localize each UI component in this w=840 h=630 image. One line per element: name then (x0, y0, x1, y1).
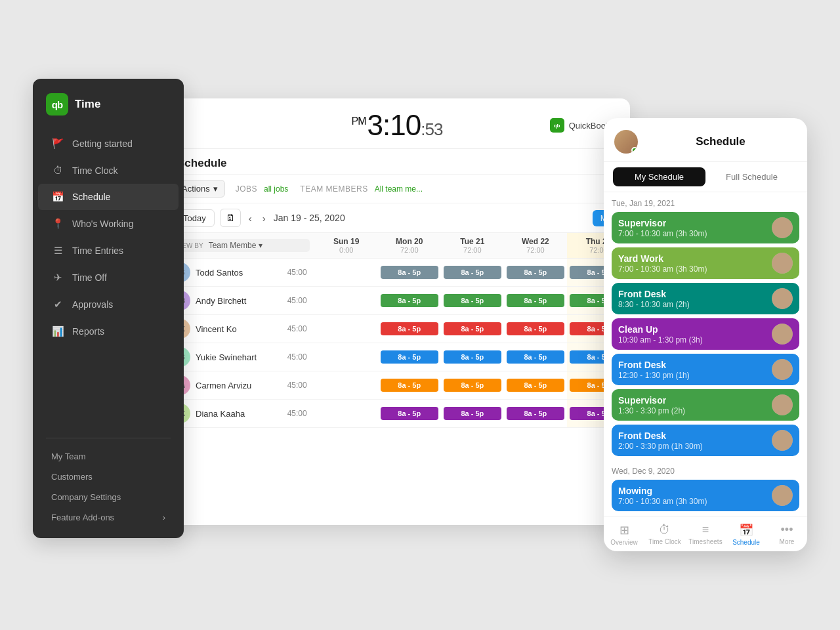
shift-cell[interactable]: 8a - 5p (378, 371, 441, 400)
chevron-right-icon: › (163, 513, 165, 522)
shift-cell[interactable]: 8a - 5p (504, 287, 567, 315)
tab-my-schedule[interactable]: My Schedule (613, 167, 705, 186)
shift-block[interactable]: 8a - 5p (381, 266, 438, 279)
shift-cell[interactable]: 8a - 5p (504, 400, 567, 428)
sidebar-item-approvals[interactable]: ✔ Approvals (38, 291, 178, 318)
mobile-shift-time: 10:30 am - 1:30 pm (3h) (618, 335, 772, 345)
shift-block[interactable]: 8a - 5p (381, 350, 438, 364)
mobile-shift-time: 7:00 - 10:30 am (3h 30m) (618, 497, 772, 506)
mobile-nav-item-time-clock[interactable]: ⏱ Time Clock (644, 520, 685, 549)
member-hours: 45:00 (287, 352, 307, 362)
shift-cell[interactable]: 8a - 5p (504, 343, 567, 371)
sidebar-item-customers[interactable]: Customers (33, 467, 184, 487)
mobile-nav-item-timesheets[interactable]: ≡ Timesheets (685, 520, 726, 549)
mobile-shift-avatar (772, 359, 793, 380)
shift-cell[interactable]: 8a - 5p (378, 287, 441, 315)
mobile-bottom-nav: ⊞ Overview ⏱ Time Clock ≡ Timesheets 📅 S… (604, 516, 807, 551)
sidebar-item-schedule[interactable]: 📅 Schedule (38, 184, 178, 210)
mobile-nav-item-schedule[interactable]: 📅 Schedule (726, 520, 766, 549)
shift-cell[interactable]: 8a - 5p (378, 259, 441, 287)
shift-block[interactable]: 8a - 5p (507, 322, 564, 335)
sidebar-item-time-entries[interactable]: ☰ Time Entries (38, 238, 178, 264)
sidebar-item-whos-working[interactable]: 📍 Who's Working (38, 211, 178, 237)
schedule-title: Schedule (164, 149, 630, 175)
member-hours: 45:00 (287, 324, 307, 333)
sidebar-item-feature-addons[interactable]: Feature Add-ons › (33, 507, 184, 528)
shift-cell[interactable]: 8a - 5p (378, 343, 441, 371)
mobile-shift-card[interactable]: Front Desk 8:30 - 10:30 am (2h) (612, 283, 799, 314)
shift-cell[interactable]: 8a - 5p (378, 400, 441, 428)
mobile-header: Schedule (604, 118, 807, 162)
mobile-shift-card[interactable]: Clean Up 10:30 am - 1:30 pm (3h) (612, 318, 799, 350)
mobile-shift-card[interactable]: Supervisor 7:00 - 10:30 am (3h 30m) (612, 212, 799, 243)
team-all-link[interactable]: All team me... (375, 184, 423, 194)
shift-block[interactable]: 8a - 5p (444, 266, 501, 279)
sidebar-item-time-clock[interactable]: ⏱ Time Clock (38, 158, 178, 183)
mobile-shift-card[interactable]: Front Desk 2:00 - 3:30 pm (1h 30m) (612, 425, 799, 456)
sidebar-item-label: Getting started (72, 138, 133, 149)
shift-block[interactable]: 8a - 5p (381, 322, 438, 335)
shift-cell (315, 287, 378, 315)
mobile-shift-card[interactable]: Supervisor 1:30 - 3:30 pm (2h) (612, 389, 799, 421)
mobile-tabs: My Schedule Full Schedule (604, 162, 807, 192)
shift-block[interactable]: 8a - 5p (444, 379, 501, 392)
mobile-nav-item-more[interactable]: ••• More (766, 520, 807, 549)
shift-cell (315, 315, 378, 343)
col-tue21: Tue 21 72:00 (441, 233, 504, 259)
shift-block[interactable]: 8a - 5p (444, 407, 501, 420)
shift-cell[interactable]: 8a - 5p (378, 315, 441, 343)
main-clock: PM3:10:53 (352, 109, 443, 142)
shift-block[interactable]: 8a - 5p (444, 322, 501, 335)
shift-cell[interactable]: 8a - 5p (504, 315, 567, 343)
shift-block[interactable]: 8a - 5p (444, 350, 501, 364)
mobile-shift-card[interactable]: Yard Work 7:00 - 10:30 am (3h 30m) (612, 247, 799, 279)
shift-cell[interactable]: 8a - 5p (504, 259, 567, 287)
mobile-shift-title: Yard Work (618, 253, 772, 264)
shift-cell[interactable]: 8a - 5p (504, 371, 567, 400)
sidebar-item-reports[interactable]: 📊 Reports (38, 318, 178, 345)
shift-block[interactable]: 8a - 5p (444, 294, 501, 307)
sidebar-item-label: Time Off (72, 272, 107, 283)
mobile-nav-item-overview[interactable]: ⊞ Overview (604, 520, 644, 549)
shift-cell (315, 259, 378, 287)
calendar-icon: 📅 (51, 191, 64, 203)
member-name: Yukie Swinehart (196, 352, 257, 362)
shift-block[interactable]: 8a - 5p (507, 294, 564, 307)
shift-block[interactable]: 8a - 5p (381, 294, 438, 307)
shift-cell[interactable]: 8a - 5p (441, 343, 504, 371)
mobile-shift-card[interactable]: Mowing 7:00 - 10:30 am (3h 30m) (612, 480, 799, 511)
shift-block[interactable]: 8a - 5p (507, 350, 564, 364)
mobile-shift-time: 1:30 - 3:30 pm (2h) (618, 406, 772, 415)
mobile-shift-avatar (772, 324, 793, 345)
shift-cell[interactable]: 8a - 5p (441, 371, 504, 400)
sidebar-item-getting-started[interactable]: 🚩 Getting started (38, 131, 178, 157)
shift-cell[interactable]: 8a - 5p (441, 287, 504, 315)
shift-block[interactable]: 8a - 5p (381, 379, 438, 392)
mobile-shift-avatar (772, 394, 793, 415)
shift-cell[interactable]: 8a - 5p (441, 259, 504, 287)
sidebar-item-label: Schedule (72, 192, 110, 202)
shift-block[interactable]: 8a - 5p (507, 407, 564, 420)
shift-block[interactable]: 8a - 5p (381, 407, 438, 420)
mobile-shift-info: Clean Up 10:30 am - 1:30 pm (3h) (618, 324, 772, 345)
next-week-button[interactable]: › (260, 211, 268, 225)
shift-block[interactable]: 8a - 5p (507, 266, 564, 279)
jobs-all-link[interactable]: all jobs (264, 184, 288, 194)
sidebar-secondary-nav: My Team Customers Company Settings Featu… (33, 444, 184, 538)
shift-block[interactable]: 8a - 5p (507, 379, 564, 392)
mobile-panel: Schedule My Schedule Full Schedule Tue, … (604, 118, 807, 551)
shift-cell[interactable]: 8a - 5p (441, 400, 504, 428)
mobile-shift-title: Clean Up (618, 324, 772, 335)
view-by-select[interactable]: VIEW BY Team Membe ▾ (171, 239, 310, 252)
sidebar-item-my-team[interactable]: My Team (33, 446, 184, 467)
mobile-shift-info: Mowing 7:00 - 10:30 am (3h 30m) (618, 486, 772, 506)
mobile-shift-card[interactable]: Front Desk 12:30 - 1:30 pm (1h) (612, 354, 799, 385)
member-hours: 45:00 (287, 268, 307, 277)
sidebar-item-company-settings[interactable]: Company Settings (33, 487, 184, 507)
shift-cell[interactable]: 8a - 5p (441, 315, 504, 343)
tab-full-schedule[interactable]: Full Schedule (705, 167, 798, 186)
prev-week-button[interactable]: ‹ (246, 211, 255, 225)
calendar-picker-button[interactable]: 🗓 (220, 209, 241, 227)
sidebar-item-time-off[interactable]: ✈ Time Off (38, 264, 178, 291)
mobile-nav-label: Time Clock (648, 538, 681, 545)
